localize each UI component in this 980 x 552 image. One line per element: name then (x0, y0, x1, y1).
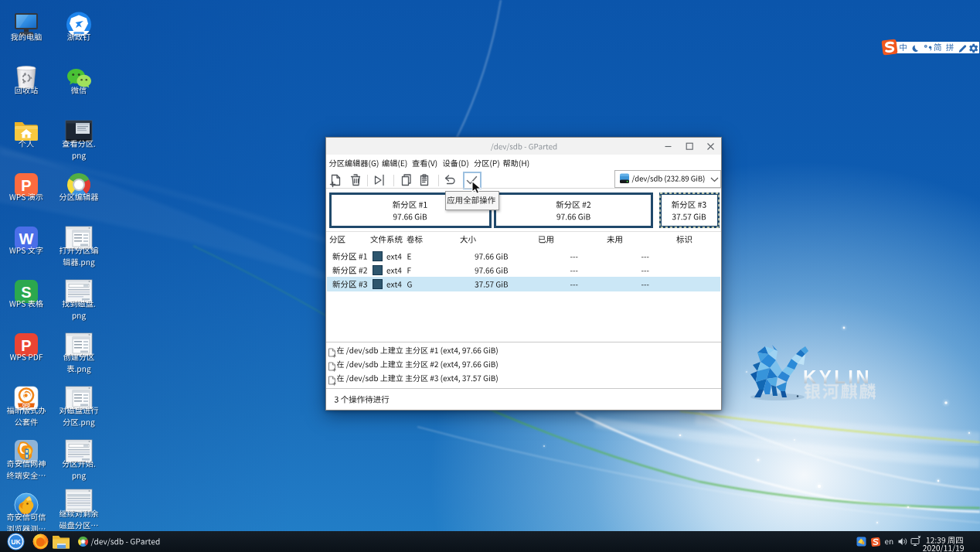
svg-text:UK: UK (11, 538, 21, 546)
svg-text:P: P (21, 337, 31, 354)
svg-text:S: S (21, 284, 31, 301)
svg-text:OFD: OFD (22, 404, 31, 407)
svg-text:P: P (21, 177, 31, 194)
svg-text:W: W (19, 230, 34, 247)
